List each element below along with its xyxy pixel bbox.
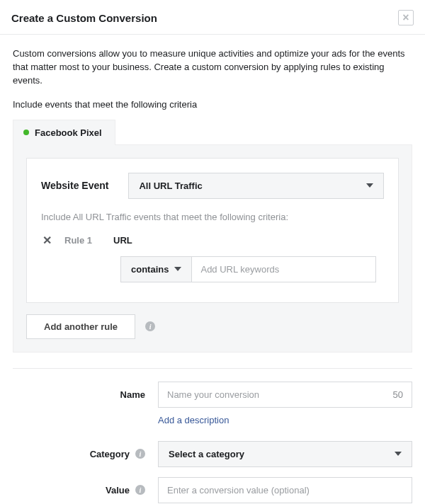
divider [13, 368, 412, 369]
dialog-header: Create a Custom Conversion × [0, 0, 425, 35]
website-event-select[interactable]: All URL Traffic [128, 173, 384, 199]
rule-row: ✕ Rule 1 URL [41, 235, 384, 246]
category-value: Select a category [169, 449, 244, 459]
category-label: Category [90, 449, 130, 459]
intro-text: Custom conversions allow you to measure … [13, 47, 412, 88]
value-label: Value [106, 485, 130, 496]
chevron-down-icon [366, 183, 373, 188]
rules-card: Website Event All URL Traffic Include Al… [26, 158, 399, 303]
value-row: Value i [13, 477, 412, 503]
info-icon: i [135, 485, 145, 495]
category-row: Category i Select a category [13, 441, 412, 467]
char-count: 50 [393, 389, 403, 400]
url-label: URL [113, 235, 132, 246]
add-rule-row: Add another rule i [26, 314, 399, 339]
rules-subtext: Include All URL Traffic events that meet… [41, 212, 384, 222]
tab-facebook-pixel[interactable]: Facebook Pixel [13, 120, 115, 145]
url-keyword-input[interactable] [192, 256, 376, 282]
website-event-row: Website Event All URL Traffic [41, 173, 384, 199]
info-icon: i [145, 321, 155, 331]
chevron-down-icon [395, 452, 402, 456]
chevron-down-icon [174, 267, 181, 271]
category-select[interactable]: Select a category [158, 441, 412, 467]
status-dot-icon [23, 130, 29, 135]
remove-rule-button[interactable]: ✕ [41, 235, 53, 246]
dialog-title: Create a Custom Conversion [11, 12, 157, 24]
name-label: Name [120, 389, 145, 400]
add-description-link[interactable]: Add a description [13, 415, 412, 425]
name-input-wrap: 50 [158, 382, 412, 408]
value-input[interactable] [158, 477, 412, 503]
website-event-value: All URL Traffic [139, 181, 202, 191]
contains-label: contains [131, 264, 169, 275]
name-row: Name 50 [13, 382, 412, 408]
name-input[interactable] [167, 382, 393, 407]
criteria-heading: Include events that meet the following c… [13, 99, 412, 110]
tab-label: Facebook Pixel [35, 127, 102, 138]
website-event-label: Website Event [41, 180, 108, 191]
rules-panel: Website Event All URL Traffic Include Al… [13, 144, 412, 353]
contains-select[interactable]: contains [120, 256, 192, 282]
dialog-body: Custom conversions allow you to measure … [0, 35, 425, 503]
add-rule-button[interactable]: Add another rule [26, 314, 135, 339]
rule-input-row: contains [120, 256, 384, 282]
info-icon: i [135, 449, 145, 459]
close-button[interactable]: × [398, 10, 414, 25]
rule-name: Rule 1 [64, 235, 92, 246]
